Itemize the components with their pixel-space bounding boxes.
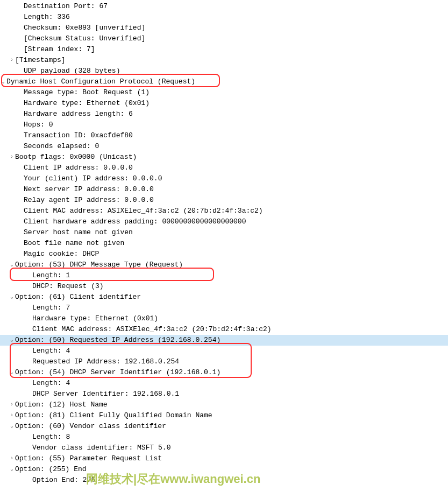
udp-timestamps[interactable]: › [Timestamps] xyxy=(0,55,448,66)
chevron-right-icon[interactable]: › xyxy=(9,55,15,66)
opt-60-val[interactable]: Vendor class identifier: MSFT 5.0 xyxy=(0,443,448,453)
opt-55[interactable]: › Option: (55) Parameter Request List xyxy=(0,453,448,464)
dhcp-client-mac[interactable]: Client MAC address: ASIXElec_4f:3a:c2 (2… xyxy=(0,206,448,216)
chevron-right-icon[interactable]: › xyxy=(9,410,15,421)
dhcp-seconds[interactable]: Seconds elapsed: 0 xyxy=(0,141,448,152)
dhcp-magic-cookie[interactable]: Magic cookie: DHCP xyxy=(0,249,448,259)
opt-61-mac[interactable]: Client MAC address: ASIXElec_4f:3a:c2 (2… xyxy=(0,324,448,335)
opt-54-len[interactable]: Length: 4 xyxy=(0,378,448,389)
dhcp-client-hw-pad[interactable]: Client hardware address padding: 0000000… xyxy=(0,216,448,227)
dhcp-txn-id[interactable]: Transaction ID: 0xacfdef80 xyxy=(0,130,448,141)
chevron-down-icon[interactable]: ⌄ xyxy=(9,367,15,378)
dhcp-hw-len[interactable]: Hardware address length: 6 xyxy=(0,109,448,120)
dhcp-msg-type[interactable]: Message type: Boot Request (1) xyxy=(0,87,448,98)
dhcp-server-host[interactable]: Server host name not given xyxy=(0,227,448,238)
opt-60[interactable]: ⌄ Option: (60) Vendor class identifier xyxy=(0,421,448,432)
udp-checksum[interactable]: Checksum: 0xe893 [unverified] xyxy=(0,23,448,33)
chevron-down-icon[interactable]: ⌄ xyxy=(9,259,15,270)
opt-255-val[interactable]: Option End: 255 xyxy=(0,475,448,486)
chevron-right-icon[interactable]: › xyxy=(9,399,15,410)
opt-50-len[interactable]: Length: 4 xyxy=(0,346,448,356)
opt-50[interactable]: ⌄ Option: (50) Requested IP Address (192… xyxy=(0,335,448,346)
udp-dst-port[interactable]: Destination Port: 67 xyxy=(0,1,448,12)
opt-61-len[interactable]: Length: 7 xyxy=(0,303,448,313)
opt-61-hw-type[interactable]: Hardware type: Ethernet (0x01) xyxy=(0,313,448,324)
chevron-down-icon[interactable]: ⌄ xyxy=(9,335,15,346)
dhcp-hw-type[interactable]: Hardware type: Ethernet (0x01) xyxy=(0,98,448,109)
chevron-right-icon[interactable]: › xyxy=(9,453,15,464)
packet-tree: Destination Port: 67 Length: 336 Checksu… xyxy=(0,0,448,486)
dhcp-boot-file[interactable]: Boot file name not given xyxy=(0,238,448,249)
dhcp-header[interactable]: ⌄ Dynamic Host Configuration Protocol (R… xyxy=(0,76,448,87)
udp-stream-index[interactable]: [Stream index: 7] xyxy=(0,44,448,55)
opt-81[interactable]: › Option: (81) Client Fully Qualified Do… xyxy=(0,410,448,421)
dhcp-hops[interactable]: Hops: 0 xyxy=(0,120,448,130)
dhcp-next-server[interactable]: Next server IP address: 0.0.0.0 xyxy=(0,184,448,195)
udp-payload[interactable]: UDP payload (328 bytes) xyxy=(0,66,448,76)
udp-length[interactable]: Length: 336 xyxy=(0,12,448,23)
opt-255[interactable]: ⌄ Option: (255) End xyxy=(0,464,448,475)
chevron-down-icon[interactable]: ⌄ xyxy=(0,76,6,87)
dhcp-bootp-flags[interactable]: › Bootp flags: 0x0000 (Unicast) xyxy=(0,152,448,163)
chevron-right-icon[interactable]: › xyxy=(9,152,15,163)
opt-53-val[interactable]: DHCP: Request (3) xyxy=(0,281,448,292)
udp-checksum-status[interactable]: [Checksum Status: Unverified] xyxy=(0,33,448,44)
chevron-down-icon[interactable]: ⌄ xyxy=(9,464,15,475)
opt-50-ip[interactable]: Requested IP Address: 192.168.0.254 xyxy=(0,356,448,367)
dhcp-client-ip[interactable]: Client IP address: 0.0.0.0 xyxy=(0,163,448,173)
opt-53[interactable]: ⌄ Option: (53) DHCP Message Type (Reques… xyxy=(0,259,448,270)
opt-53-len[interactable]: Length: 1 xyxy=(0,270,448,281)
opt-54[interactable]: ⌄ Option: (54) DHCP Server Identifier (1… xyxy=(0,367,448,378)
chevron-down-icon[interactable]: ⌄ xyxy=(9,421,15,432)
dhcp-relay-agent[interactable]: Relay agent IP address: 0.0.0.0 xyxy=(0,195,448,206)
chevron-down-icon[interactable]: ⌄ xyxy=(9,292,15,303)
opt-60-len[interactable]: Length: 8 xyxy=(0,432,448,443)
opt-61[interactable]: ⌄ Option: (61) Client identifier xyxy=(0,292,448,303)
opt-54-val[interactable]: DHCP Server Identifier: 192.168.0.1 xyxy=(0,389,448,399)
dhcp-your-ip[interactable]: Your (client) IP address: 0.0.0.0 xyxy=(0,173,448,184)
opt-12[interactable]: › Option: (12) Host Name xyxy=(0,399,448,410)
